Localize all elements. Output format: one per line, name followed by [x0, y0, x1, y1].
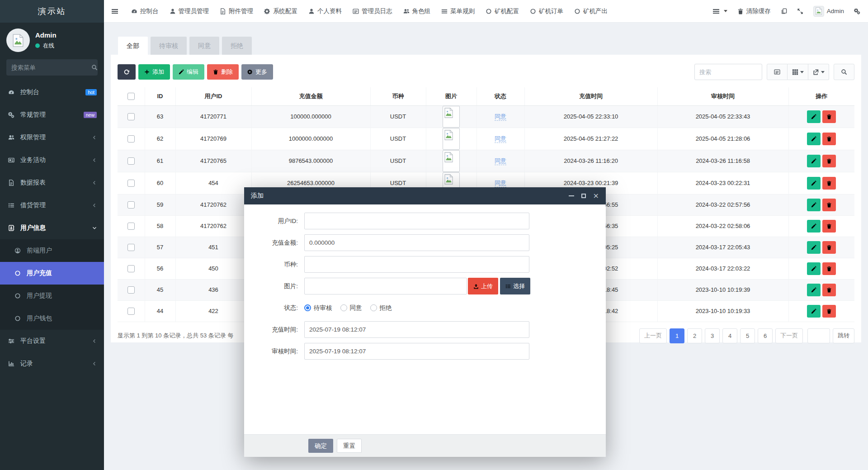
row-delete-button[interactable] [822, 284, 836, 296]
columns-button[interactable] [788, 64, 808, 80]
status-link[interactable]: 同意 [495, 180, 506, 187]
row-delete-button[interactable] [822, 110, 836, 123]
dialog-titlebar[interactable]: 添加 × [244, 187, 606, 204]
row-image-thumbnail[interactable] [443, 150, 460, 172]
row-edit-button[interactable] [807, 133, 821, 145]
col-status[interactable]: 状态 [476, 87, 524, 105]
common-search-button[interactable] [767, 64, 788, 80]
tab-all[interactable]: 全部 [118, 37, 148, 55]
row-edit-button[interactable] [807, 284, 821, 296]
sidebar-item-user-withdraw[interactable]: 用户提现 [0, 285, 104, 307]
page-button-2[interactable]: 2 [687, 328, 702, 343]
sidebar-item-report[interactable]: 数据报表 [0, 171, 104, 194]
page-button-3[interactable]: 3 [705, 328, 720, 343]
col-charge-time[interactable]: 充值时间 [524, 87, 657, 105]
nav-item-admin-manage[interactable]: 管理员管理 [164, 0, 215, 23]
sidebar-item-general[interactable]: 常规管理 new [0, 104, 104, 126]
tab-agree[interactable]: 同意 [189, 37, 219, 55]
row-edit-button[interactable] [807, 305, 821, 318]
nav-item-attachment[interactable]: 附件管理 [214, 0, 259, 23]
delete-button[interactable]: 删除 [207, 64, 239, 80]
row-delete-button[interactable] [822, 155, 836, 167]
sidebar-item-user-info[interactable]: 用户信息 [0, 217, 104, 239]
row-delete-button[interactable] [822, 220, 836, 233]
uid-field[interactable] [304, 213, 529, 229]
sidebar-toggle-icon[interactable] [104, 0, 126, 23]
choose-button[interactable]: 选择 [500, 278, 530, 294]
sidebar-item-front-users[interactable]: 前端用户 [0, 239, 104, 262]
page-button-6[interactable]: 6 [758, 328, 773, 343]
nav-item-profile[interactable]: 个人资料 [303, 0, 347, 23]
row-checkbox[interactable] [127, 244, 135, 251]
table-search-input[interactable] [694, 64, 762, 80]
row-edit-button[interactable] [807, 241, 821, 254]
col-id[interactable]: ID [145, 87, 175, 105]
select-all-checkbox[interactable] [127, 93, 135, 100]
row-delete-button[interactable] [822, 305, 836, 318]
tab-pending[interactable]: 待审核 [151, 37, 187, 55]
row-edit-button[interactable] [807, 220, 821, 233]
close-icon[interactable]: × [593, 192, 599, 199]
nav-item-miner-config[interactable]: 矿机配置 [480, 0, 524, 23]
col-audit-time[interactable]: 审核时间 [657, 87, 788, 105]
fullscreen-button[interactable] [792, 0, 808, 23]
sidebar-item-auth[interactable]: 权限管理 [0, 126, 104, 149]
row-checkbox[interactable] [127, 308, 135, 315]
nav-item-miner-order[interactable]: 矿机订单 [524, 0, 569, 23]
nav-item-role-group[interactable]: 角色组 [398, 0, 436, 23]
amount-field[interactable] [304, 234, 529, 251]
minimize-icon[interactable] [569, 195, 574, 196]
row-checkbox[interactable] [127, 113, 135, 120]
row-edit-button[interactable] [807, 110, 821, 123]
charge-time-field[interactable] [304, 321, 529, 338]
row-edit-button[interactable] [807, 199, 821, 211]
jump-page-input[interactable] [807, 328, 830, 343]
reset-button[interactable]: 重置 [337, 439, 362, 453]
row-checkbox[interactable] [127, 201, 135, 209]
nav-item-dashboard[interactable]: 控制台 [126, 0, 164, 23]
col-currency[interactable]: 币种 [370, 87, 426, 105]
settings-button[interactable] [849, 0, 865, 23]
confirm-button[interactable]: 确定 [308, 439, 333, 453]
page-button-5[interactable]: 5 [740, 328, 755, 343]
row-image-thumbnail[interactable] [443, 128, 460, 150]
audit-time-field[interactable] [304, 343, 529, 360]
row-delete-button[interactable] [822, 241, 836, 254]
image-field[interactable] [304, 278, 467, 294]
row-checkbox[interactable] [127, 265, 135, 272]
nav-item-miner-output[interactable]: 矿机产出 [569, 0, 613, 23]
col-actions[interactable]: 操作 [788, 87, 854, 105]
row-delete-button[interactable] [822, 262, 836, 275]
row-checkbox[interactable] [127, 157, 135, 165]
row-delete-button[interactable] [822, 199, 836, 211]
row-checkbox[interactable] [127, 135, 135, 142]
more-button[interactable]: 更多 [241, 64, 273, 80]
row-checkbox[interactable] [127, 180, 135, 187]
radio-reject[interactable]: 拒绝 [370, 304, 392, 312]
export-button[interactable] [808, 64, 829, 80]
refresh-button[interactable] [118, 64, 136, 80]
next-page-button[interactable]: 下一页 [775, 328, 803, 343]
edit-button[interactable]: 编辑 [173, 64, 204, 80]
row-delete-button[interactable] [822, 133, 836, 145]
radio-pending[interactable]: 待审核 [304, 304, 332, 312]
sidebar-item-user-recharge[interactable]: 用户充值 [0, 262, 104, 285]
row-checkbox[interactable] [127, 286, 135, 294]
nav-item-admin-log[interactable]: 管理员日志 [347, 0, 398, 23]
currency-field[interactable] [304, 256, 529, 273]
row-image-thumbnail[interactable] [443, 106, 460, 128]
radio-agree[interactable]: 同意 [340, 304, 362, 312]
row-edit-button[interactable] [807, 177, 821, 190]
sidebar-item-dashboard[interactable]: 控制台 hot [0, 81, 104, 104]
nav-menu-dropdown[interactable] [708, 0, 732, 23]
upload-button[interactable]: 上传 [468, 278, 498, 294]
col-image[interactable]: 图片 [426, 87, 476, 105]
nav-item-menu-rule[interactable]: 菜单规则 [436, 0, 480, 23]
sidebar-item-records[interactable]: 记录 [0, 352, 104, 375]
sidebar-item-user-wallet[interactable]: 用户钱包 [0, 307, 104, 330]
page-button-4[interactable]: 4 [722, 328, 737, 343]
jump-button[interactable]: 跳转 [833, 328, 854, 343]
sidebar-item-business[interactable]: 业务活动 [0, 149, 104, 171]
row-delete-button[interactable] [822, 177, 836, 190]
col-uid[interactable]: 用户ID [175, 87, 251, 105]
